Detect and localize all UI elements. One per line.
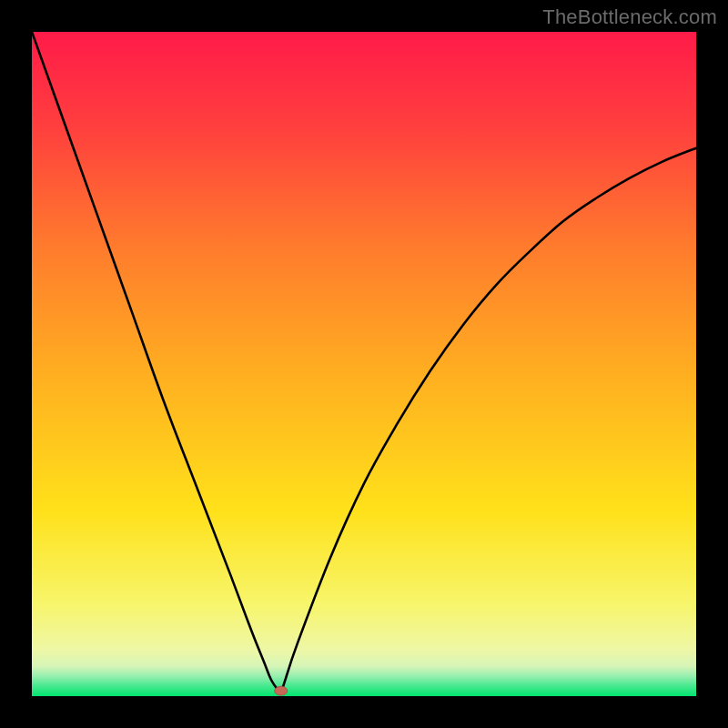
chart-svg — [32, 32, 696, 696]
plot-area — [32, 32, 696, 696]
chart-frame: TheBottleneck.com — [0, 0, 728, 728]
watermark-label: TheBottleneck.com — [542, 5, 717, 29]
optimal-point-marker — [275, 686, 288, 695]
chart-background — [32, 32, 696, 696]
